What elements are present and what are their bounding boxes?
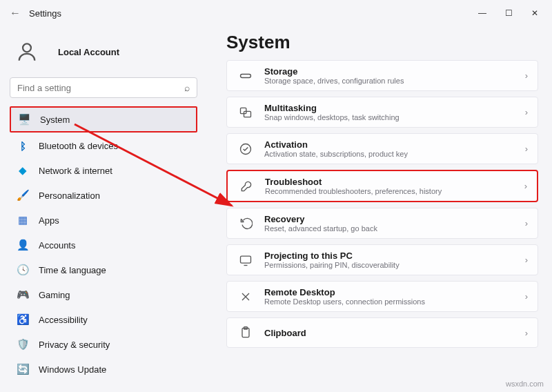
recovery-icon — [237, 215, 255, 233]
multitasking-icon — [237, 104, 255, 121]
remote-desktop-icon — [237, 288, 255, 306]
card-text: Troubleshoot Recommended troubleshooters… — [265, 177, 524, 195]
apps-icon: ▦ — [17, 214, 29, 226]
sidebar-item-time-language[interactable]: 🕓 Time & language — [10, 258, 197, 282]
card-storage[interactable]: Storage Storage space, drives, configura… — [226, 60, 538, 91]
chevron-right-icon: › — [525, 255, 528, 265]
chevron-right-icon: › — [524, 181, 527, 191]
card-desc: Permissions, pairing PIN, discoverabilit… — [264, 261, 525, 269]
card-desc: Reset, advanced startup, go back — [264, 224, 525, 233]
sidebar-item-label: Privacy & security — [39, 340, 110, 350]
nav-list: 🖥️ System ᛒ Bluetooth & devices ◆ Networ… — [10, 106, 197, 381]
window-controls: — ☐ ✕ — [469, 2, 548, 24]
search-input[interactable] — [17, 83, 184, 93]
chevron-right-icon: › — [525, 144, 528, 154]
card-text: Storage Storage space, drives, configura… — [264, 66, 525, 85]
card-text: Recovery Reset, advanced startup, go bac… — [264, 214, 525, 233]
content-area: Local Account ⌕ 🖥️ System ᛒ Bluetooth & … — [0, 26, 552, 392]
card-title: Multitasking — [264, 103, 525, 113]
sidebar-item-accessibility[interactable]: ♿ Accessibility — [10, 308, 197, 331]
chevron-right-icon: › — [525, 328, 528, 338]
sidebar-item-label: Windows Update — [39, 364, 106, 375]
storage-icon — [237, 67, 255, 85]
card-text: Activation Activation state, subscriptio… — [264, 139, 525, 158]
search-icon: ⌕ — [184, 82, 190, 93]
shield-icon: 🛡️ — [17, 338, 29, 351]
card-projecting[interactable]: Projecting to this PC Permissions, pairi… — [226, 244, 538, 275]
sidebar-item-label: Gaming — [39, 290, 70, 300]
account-name: Local Account — [52, 47, 119, 57]
card-title: Storage — [264, 66, 525, 77]
sidebar-item-gaming[interactable]: 🎮 Gaming — [10, 283, 197, 306]
sidebar-item-windows-update[interactable]: 🔄 Windows Update — [10, 357, 197, 381]
chevron-right-icon: › — [525, 70, 528, 81]
card-title: Clipboard — [264, 328, 525, 338]
brush-icon: 🖌️ — [17, 189, 29, 202]
gaming-icon: 🎮 — [17, 288, 29, 301]
sidebar-item-label: Accounts — [39, 240, 75, 251]
svg-point-0 — [23, 43, 31, 52]
sidebar-item-personalization[interactable]: 🖌️ Personalization — [10, 184, 197, 207]
update-icon: 🔄 — [17, 363, 29, 375]
main-panel: System Storage Storage space, drives, co… — [207, 26, 552, 392]
search-box[interactable]: ⌕ — [10, 77, 197, 98]
account-block[interactable]: Local Account — [10, 32, 197, 77]
sidebar: Local Account ⌕ 🖥️ System ᛒ Bluetooth & … — [0, 26, 207, 392]
card-desc: Remote Desktop users, connection permiss… — [264, 297, 525, 306]
maximize-button[interactable]: ☐ — [495, 2, 522, 24]
sidebar-item-label: Time & language — [39, 265, 106, 275]
card-text: Projecting to this PC Permissions, pairi… — [264, 251, 525, 269]
sidebar-item-network[interactable]: ◆ Network & internet — [10, 159, 197, 182]
card-desc: Activation state, subscriptions, product… — [264, 150, 525, 158]
card-text: Multitasking Snap windows, desktops, tas… — [264, 103, 525, 121]
card-text: Remote Desktop Remote Desktop users, con… — [264, 287, 525, 306]
card-desc: Snap windows, desktops, task switching — [264, 113, 525, 121]
card-remote-desktop[interactable]: Remote Desktop Remote Desktop users, con… — [226, 281, 538, 312]
svg-rect-5 — [241, 256, 251, 263]
close-button[interactable]: ✕ — [522, 2, 548, 24]
clipboard-icon — [237, 324, 255, 342]
card-title: Remote Desktop — [264, 287, 525, 297]
accessibility-icon: ♿ — [17, 313, 29, 326]
back-icon[interactable]: ← — [10, 7, 21, 19]
sidebar-item-apps[interactable]: ▦ Apps — [10, 208, 197, 232]
sidebar-item-accounts[interactable]: 👤 Accounts — [10, 233, 197, 257]
svg-rect-1 — [241, 74, 251, 77]
card-recovery[interactable]: Recovery Reset, advanced startup, go bac… — [226, 208, 538, 239]
sidebar-item-label: Personalization — [39, 190, 100, 201]
card-multitasking[interactable]: Multitasking Snap windows, desktops, tas… — [226, 97, 538, 128]
card-desc: Recommended troubleshooters, preferences… — [265, 187, 524, 195]
card-title: Troubleshoot — [265, 177, 524, 187]
card-clipboard[interactable]: Clipboard › — [226, 317, 538, 348]
chevron-right-icon: › — [525, 218, 528, 228]
watermark: wsxdn.com — [506, 380, 544, 388]
svg-rect-2 — [241, 108, 246, 113]
card-activation[interactable]: Activation Activation state, subscriptio… — [226, 133, 538, 164]
page-title: System — [226, 32, 538, 53]
sidebar-item-bluetooth[interactable]: ᛒ Bluetooth & devices — [10, 134, 197, 157]
activation-icon — [237, 140, 255, 158]
sidebar-item-label: Apps — [39, 215, 59, 226]
chevron-right-icon: › — [525, 107, 528, 117]
sidebar-item-label: Accessibility — [39, 315, 88, 325]
card-troubleshoot[interactable]: Troubleshoot Recommended troubleshooters… — [226, 170, 538, 202]
svg-rect-3 — [244, 111, 251, 117]
card-title: Projecting to this PC — [264, 251, 525, 261]
window-title: Settings — [29, 8, 61, 19]
wifi-icon: ◆ — [17, 164, 29, 177]
sidebar-item-privacy[interactable]: 🛡️ Privacy & security — [10, 333, 197, 356]
sidebar-item-label: Bluetooth & devices — [39, 141, 118, 151]
titlebar-left: ← Settings — [10, 7, 61, 19]
chevron-right-icon: › — [525, 291, 528, 302]
sidebar-item-label: Network & internet — [39, 166, 112, 176]
clock-icon: 🕓 — [17, 264, 29, 276]
titlebar: ← Settings — ☐ ✕ — [0, 0, 552, 26]
card-desc: Storage space, drives, configuration rul… — [264, 77, 525, 85]
card-title: Recovery — [264, 214, 525, 224]
sidebar-item-system[interactable]: 🖥️ System — [10, 106, 197, 133]
sidebar-item-label: System — [40, 115, 70, 125]
display-icon: 🖥️ — [18, 113, 30, 126]
minimize-button[interactable]: — — [469, 2, 495, 24]
card-text: Clipboard — [264, 328, 525, 338]
person-icon: 👤 — [17, 239, 29, 251]
